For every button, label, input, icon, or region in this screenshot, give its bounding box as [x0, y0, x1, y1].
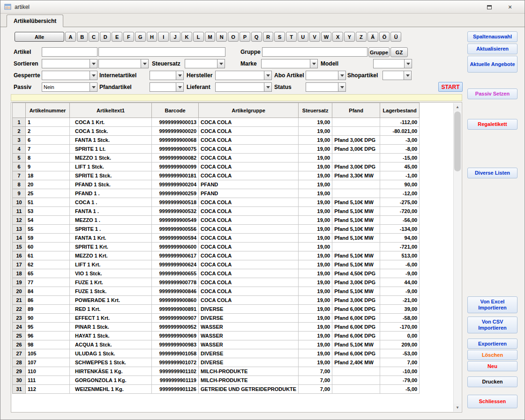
pfandartikel-combo[interactable]	[150, 82, 184, 92]
cell-lagerbestand[interactable]: -5,00	[380, 385, 420, 394]
cell-artikelgruppe[interactable]: COCA COLA	[199, 269, 299, 278]
cell-artikelnummer[interactable]: 65	[26, 269, 70, 278]
steuersatz-combo[interactable]	[185, 59, 225, 68]
cell-barcode[interactable]: 9999999901119	[152, 376, 199, 385]
cell-barcode[interactable]: 9999999900020	[152, 127, 199, 136]
cell-barcode[interactable]: 9999999900969	[152, 332, 199, 340]
cell-barcode[interactable]: 9999999900624	[152, 260, 199, 269]
abo-artikel-combo[interactable]	[306, 71, 346, 80]
cell-steuersatz[interactable]: 19,00	[299, 145, 332, 154]
row-selector[interactable]: 8	[13, 180, 26, 189]
cell-artikelnummer[interactable]: 1	[26, 118, 70, 127]
vertical-scrollbar[interactable]: ▲ ▼	[453, 103, 461, 412]
cell-pfand[interactable]: Pfand 6,00€ DPG	[332, 305, 380, 314]
cell-barcode[interactable]: 9999999900181	[152, 171, 199, 180]
row-selector[interactable]: 16	[13, 251, 26, 260]
schliessen-button[interactable]: Schliessen	[467, 395, 518, 408]
cell-artikelnummer[interactable]: 84	[26, 287, 70, 296]
cell-steuersatz[interactable]: 19,00	[299, 136, 332, 145]
cell-barcode[interactable]: 9999999900259	[152, 189, 199, 198]
cell-artikelgruppe[interactable]: COCA COLA	[199, 234, 299, 243]
cell-barcode[interactable]: 9999999900846	[152, 287, 199, 296]
cell-barcode[interactable]: 9999999900013	[152, 118, 199, 127]
regaletikett-button[interactable]: Regaletikett	[467, 119, 518, 130]
gz-button[interactable]: GZ	[390, 47, 408, 57]
cell-artikeltext[interactable]: EFFECT 1 Krt.	[70, 314, 152, 323]
cell-lagerbestand[interactable]: 90,00	[380, 180, 420, 189]
cell-artikelnummer[interactable]: 20	[26, 180, 70, 189]
cell-artikelnummer[interactable]: 55	[26, 225, 70, 234]
cell-pfand[interactable]	[332, 376, 380, 385]
filter-letter-j[interactable]: J	[170, 32, 180, 42]
aktualisieren-button[interactable]: Aktualisieren	[467, 44, 518, 54]
cell-lagerbestand[interactable]: 7,00	[380, 358, 420, 367]
cell-steuersatz[interactable]: 19,00	[299, 189, 332, 198]
cell-lagerbestand[interactable]: -134,00	[380, 225, 420, 234]
cell-artikelgruppe[interactable]: COCA COLA	[199, 118, 299, 127]
cell-artikelgruppe[interactable]: COCA COLA	[199, 278, 299, 287]
hersteller-combo[interactable]	[215, 71, 272, 80]
cell-barcode[interactable]: 9999999900617	[152, 251, 199, 260]
exportieren-button[interactable]: Exportieren	[467, 339, 518, 349]
cell-pfand[interactable]: Pfand 5,10€ MW	[332, 198, 380, 207]
cell-lagerbestand[interactable]: 209,00	[380, 340, 420, 349]
row-selector[interactable]: 29	[13, 367, 26, 376]
cell-artikelgruppe[interactable]: COCA COLA	[199, 260, 299, 269]
cell-lagerbestand[interactable]: -56,00	[380, 216, 420, 225]
cell-lagerbestand[interactable]: 45,00	[380, 162, 420, 171]
cell-barcode[interactable]: 9999999900099	[152, 162, 199, 171]
cell-artikelgruppe[interactable]: COCA COLA	[199, 296, 299, 305]
cell-artikelnummer[interactable]: 110	[26, 367, 70, 376]
cell-barcode[interactable]: 9999999900860	[152, 296, 199, 305]
header-lagerbestand[interactable]: Lagerbestand	[380, 103, 420, 118]
filter-letter-r[interactable]: R	[263, 32, 274, 42]
von-csv-importieren-button[interactable]: Von CSV Importieren	[467, 317, 518, 333]
row-selector[interactable]: 9	[13, 189, 26, 198]
restore-button[interactable]	[484, 2, 495, 12]
cell-steuersatz[interactable]: 19,00	[299, 207, 332, 216]
cell-artikeltext[interactable]: COCA 1 .	[70, 198, 152, 207]
cell-barcode[interactable]: 9999999900068	[152, 136, 199, 145]
filter-letter-b[interactable]: B	[77, 32, 88, 42]
cell-lagerbestand[interactable]: -721,00	[380, 243, 420, 251]
filter-letter-o[interactable]: O	[228, 32, 239, 42]
cell-pfand[interactable]: Pfand 4,50€ DPG	[332, 269, 380, 278]
cell-artikelgruppe[interactable]: COCA COLA	[199, 243, 299, 251]
scrollbar-thumb[interactable]	[454, 111, 461, 171]
cell-artikelnummer[interactable]: 89	[26, 305, 70, 314]
cell-artikelnummer[interactable]: 59	[26, 234, 70, 243]
cell-artikelnummer[interactable]: 112	[26, 385, 70, 394]
cell-artikelnummer[interactable]: 90	[26, 314, 70, 323]
cell-pfand[interactable]: Pfand 3,00€ DPG	[332, 278, 380, 287]
cell-artikelnummer[interactable]: 2	[26, 127, 70, 136]
cell-lagerbestand[interactable]: 0,00	[380, 332, 420, 340]
cell-pfand[interactable]: Pfand 3,00€ DPG	[332, 145, 380, 154]
cell-artikelnummer[interactable]: 105	[26, 349, 70, 358]
cell-artikelgruppe[interactable]: WASSER	[199, 323, 299, 332]
cell-artikeltext[interactable]: COCA 1 Krt.	[70, 118, 152, 127]
cell-pfand[interactable]: Pfand 6,00€ DPG	[332, 332, 380, 340]
row-selector[interactable]: 26	[13, 340, 26, 349]
cell-artikelnummer[interactable]: 98	[26, 340, 70, 349]
cell-lagerbestand[interactable]: -1,00	[380, 171, 420, 180]
row-selector[interactable]: 25	[13, 332, 26, 340]
row-selector[interactable]: 7	[13, 171, 26, 180]
cell-artikeltext[interactable]: FUZE 1 Stck.	[70, 287, 152, 296]
row-selector[interactable]: 2	[13, 127, 26, 136]
cell-pfand[interactable]: Pfand 5,10€ MW	[332, 207, 380, 216]
cell-artikeltext[interactable]: MEZZO 1 Krt.	[70, 251, 152, 260]
passiv-combo[interactable]: Nein	[42, 82, 98, 92]
filter-letter-x[interactable]: X	[332, 32, 343, 42]
cell-steuersatz[interactable]: 19,00	[299, 180, 332, 189]
filter-letter-c[interactable]: C	[89, 32, 99, 42]
cell-steuersatz[interactable]: 19,00	[299, 296, 332, 305]
sortieren-combo-2[interactable]	[98, 59, 149, 68]
cell-artikelgruppe[interactable]: WASSER	[199, 340, 299, 349]
cell-artikeltext[interactable]: PFAND 1 Stck.	[70, 180, 152, 189]
filter-letter-w[interactable]: W	[321, 32, 332, 42]
filter-letter-u[interactable]: U	[298, 32, 308, 42]
cell-steuersatz[interactable]: 19,00	[299, 251, 332, 260]
cell-artikelgruppe[interactable]: COCA COLA	[199, 136, 299, 145]
cell-artikelnummer[interactable]: 9	[26, 162, 70, 171]
cell-barcode[interactable]: 9999999900556	[152, 225, 199, 234]
